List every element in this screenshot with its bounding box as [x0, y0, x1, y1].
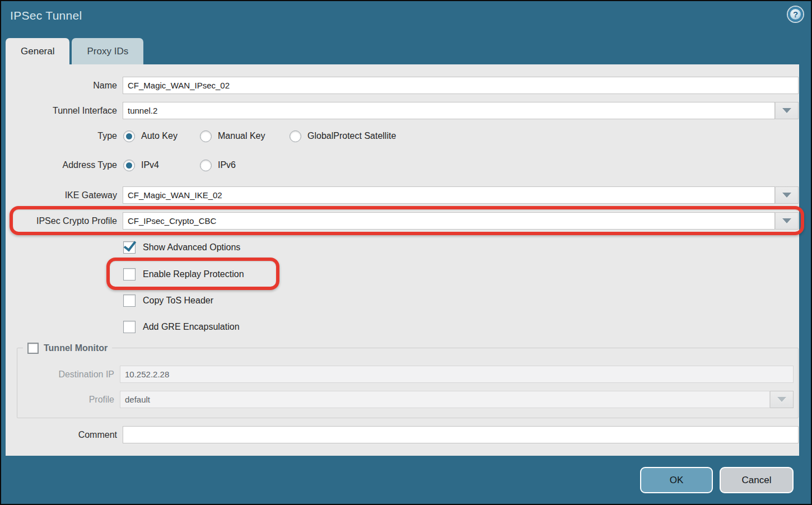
general-tab-panel: Name Tunnel Interface Type Auto Key Manu… [6, 64, 799, 456]
name-label: Name [6, 77, 117, 94]
dialog-title: IPSec Tunnel [10, 9, 82, 22]
radio-circle [200, 160, 212, 171]
destination-ip-label: Destination IP [17, 366, 114, 383]
destination-ip-input [120, 366, 794, 383]
chevron-down-icon [782, 218, 791, 223]
name-input[interactable] [123, 77, 799, 94]
tunnel-interface-dropdown-button[interactable] [775, 102, 799, 119]
ok-button[interactable]: OK [640, 467, 713, 493]
tab-general[interactable]: General [6, 38, 69, 64]
copy-tos-header-label: Copy ToS Header [143, 296, 213, 306]
address-type-label: Address Type [6, 156, 117, 174]
show-advanced-options-row[interactable]: Show Advanced Options [123, 241, 240, 254]
tab-proxy-ids[interactable]: Proxy IDs [72, 38, 143, 64]
ike-gateway-dropdown-button[interactable] [775, 186, 799, 204]
help-icon[interactable]: ? [788, 7, 803, 22]
ike-gateway-combobox [123, 186, 799, 204]
radio-auto-key[interactable]: Auto Key [123, 129, 178, 143]
radio-manual-key[interactable]: Manual Key [200, 129, 265, 143]
profile-dropdown-button [770, 391, 794, 408]
radio-manual-key-label: Manual Key [218, 131, 265, 141]
tab-bar: General Proxy IDs [6, 38, 143, 64]
ipsec-crypto-profile-input[interactable] [123, 212, 775, 230]
checkbox-show-advanced-options[interactable] [123, 241, 136, 254]
ike-gateway-label: IKE Gateway [6, 186, 117, 204]
enable-replay-protection-row[interactable]: Enable Replay Protection [123, 268, 244, 281]
ipsec-crypto-profile-label: IPSec Crypto Profile [6, 212, 117, 230]
comment-label: Comment [6, 426, 117, 443]
comment-input[interactable] [123, 426, 799, 443]
question-mark-glyph: ? [793, 10, 798, 18]
tunnel-monitor-label: Tunnel Monitor [44, 343, 108, 353]
checkbox-add-gre-encapsulation[interactable] [123, 321, 136, 333]
profile-label: Profile [17, 391, 114, 408]
radio-circle [200, 130, 212, 142]
radio-auto-key-label: Auto Key [141, 131, 178, 141]
ipsec-crypto-profile-combobox [123, 212, 799, 230]
type-label: Type [6, 127, 117, 144]
tunnel-interface-label: Tunnel Interface [6, 102, 117, 119]
checkbox-tunnel-monitor[interactable] [27, 343, 39, 354]
radio-ipv6[interactable]: IPv6 [200, 158, 236, 172]
tunnel-interface-combobox [123, 102, 799, 119]
checkbox-enable-replay-protection[interactable] [123, 268, 136, 280]
radio-circle [290, 130, 301, 142]
chevron-down-icon [782, 108, 791, 113]
tunnel-monitor-section: Tunnel Monitor Destination IP Profile [17, 348, 799, 418]
radio-ipv6-label: IPv6 [218, 160, 236, 170]
tunnel-interface-input[interactable] [123, 102, 775, 119]
add-gre-encapsulation-label: Add GRE Encapsulation [143, 322, 240, 332]
checkbox-copy-tos-header[interactable] [123, 294, 136, 307]
profile-input [120, 391, 770, 408]
copy-tos-header-row[interactable]: Copy ToS Header [123, 294, 213, 307]
radio-circle-selected [123, 130, 135, 142]
radio-ipv4[interactable]: IPv4 [123, 158, 159, 172]
radio-ipv4-label: IPv4 [141, 160, 159, 170]
enable-replay-protection-label: Enable Replay Protection [143, 269, 244, 279]
chevron-down-icon [782, 193, 791, 198]
show-advanced-options-label: Show Advanced Options [143, 242, 240, 252]
radio-globalprotect-satellite[interactable]: GlobalProtect Satellite [290, 129, 396, 143]
ipsec-crypto-profile-dropdown-button[interactable] [775, 212, 799, 230]
radio-circle-selected [123, 160, 135, 171]
add-gre-encapsulation-row[interactable]: Add GRE Encapsulation [123, 320, 240, 334]
profile-combobox [120, 391, 794, 408]
chevron-down-icon [777, 397, 786, 402]
ipsec-tunnel-dialog: IPSec Tunnel ? General Proxy IDs Name Tu… [0, 0, 812, 505]
radio-globalprotect-satellite-label: GlobalProtect Satellite [307, 131, 396, 141]
tunnel-monitor-legend: Tunnel Monitor [23, 342, 112, 355]
cancel-button[interactable]: Cancel [720, 467, 794, 493]
ike-gateway-input[interactable] [123, 186, 775, 204]
